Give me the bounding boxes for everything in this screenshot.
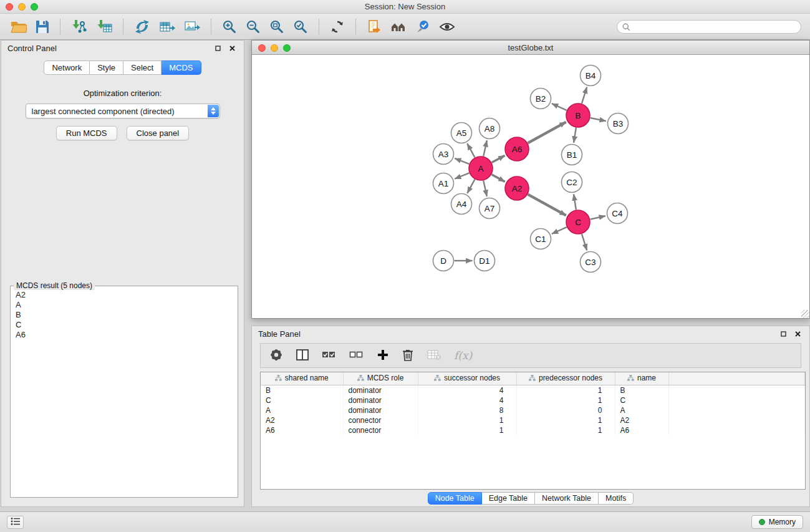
table-cell[interactable]: A [261, 405, 343, 415]
column-header[interactable]: predecessor nodes [516, 372, 615, 385]
table-cell[interactable]: 0 [516, 405, 615, 415]
table-cell[interactable]: B [615, 385, 668, 395]
network-node[interactable]: C2 [562, 172, 582, 193]
table-row[interactable]: Adominator80A [261, 405, 805, 415]
column-header[interactable]: name [615, 372, 668, 385]
network-edge[interactable] [483, 140, 487, 156]
import-table-button[interactable] [94, 18, 115, 36]
table-cell[interactable]: A6 [615, 425, 668, 435]
table-cell[interactable]: 1 [418, 425, 516, 435]
table-float-panel-button[interactable] [778, 328, 789, 340]
network-node[interactable]: C [566, 210, 590, 234]
table-cell[interactable]: C [261, 395, 343, 405]
table-cell[interactable]: A2 [615, 415, 668, 425]
tab-style[interactable]: Style [90, 60, 123, 75]
network-node[interactable]: D [433, 251, 454, 271]
export-image-button[interactable] [181, 18, 203, 36]
network-node[interactable]: C4 [607, 203, 628, 224]
network-node[interactable]: A5 [451, 123, 472, 143]
column-header[interactable]: MCDS role [343, 372, 418, 385]
table-cell[interactable]: 1 [516, 415, 615, 425]
table-tab-node-table[interactable]: Node Table [428, 492, 482, 505]
tab-select[interactable]: Select [123, 60, 162, 75]
network-edge[interactable] [492, 155, 505, 162]
open-folder-button[interactable] [8, 19, 29, 35]
table-row[interactable]: Bdominator41B [261, 385, 805, 395]
table-cell[interactable]: connector [343, 415, 418, 425]
tab-mcds[interactable]: MCDS [162, 60, 201, 75]
network-edge[interactable] [467, 180, 475, 193]
style-check-button[interactable] [413, 18, 433, 36]
network-edge[interactable] [591, 118, 606, 121]
network-zoom-button[interactable] [283, 44, 291, 52]
resize-grip[interactable] [801, 310, 809, 318]
network-node[interactable]: A [469, 157, 493, 180]
delete-row-button[interactable] [400, 347, 415, 365]
network-node[interactable]: A3 [433, 144, 454, 165]
column-header[interactable]: successor nodes [418, 372, 516, 385]
table-cell[interactable]: 8 [418, 405, 516, 415]
network-node[interactable]: A8 [480, 118, 500, 139]
network-node[interactable]: B4 [581, 65, 601, 86]
network-canvas[interactable]: B4B2BB3A5A8A6A3B1AC2A1A2A4A7C4CC1C3DD1 [252, 55, 809, 318]
network-edge[interactable] [455, 158, 469, 164]
mcds-result-item[interactable]: B [12, 310, 236, 320]
table-cell[interactable]: C [615, 395, 668, 405]
table-cell[interactable]: A2 [261, 415, 343, 425]
table-cell[interactable]: 4 [418, 395, 516, 405]
table-cell[interactable]: B [261, 385, 343, 395]
table-cell[interactable]: dominator [343, 385, 418, 395]
network-node[interactable]: B3 [608, 114, 629, 134]
network-edge[interactable] [591, 216, 605, 219]
network-node[interactable]: A4 [451, 194, 472, 215]
export-network-button[interactable] [132, 18, 153, 36]
memory-button[interactable]: Memory [751, 515, 803, 529]
search-input[interactable] [617, 20, 801, 34]
network-window-titlebar[interactable]: testGlobe.txt [252, 41, 809, 55]
select-all-button[interactable] [321, 348, 338, 364]
network-node[interactable]: C3 [581, 252, 601, 273]
network-edge[interactable] [552, 227, 567, 234]
optimization-criterion-dropdown[interactable]: largest connected component (directed) [26, 104, 220, 118]
close-panel-button[interactable] [227, 42, 238, 54]
network-minimize-button[interactable] [271, 44, 278, 52]
mcds-result-item[interactable]: A6 [12, 330, 236, 340]
refresh-layout-button[interactable] [327, 18, 347, 36]
zoom-fit-button[interactable] [267, 18, 287, 36]
network-node[interactable]: B2 [531, 89, 551, 109]
network-node[interactable]: C1 [531, 229, 551, 249]
eye-button[interactable] [436, 18, 458, 36]
minimize-window-button[interactable] [18, 3, 26, 11]
network-edge[interactable] [582, 87, 587, 104]
columns-button[interactable] [294, 347, 311, 364]
network-node[interactable]: B1 [562, 145, 582, 165]
network-edge[interactable] [528, 122, 566, 143]
table-cell[interactable]: A6 [261, 425, 343, 435]
mcds-result-item[interactable]: A2 [12, 290, 236, 300]
network-edge[interactable] [552, 104, 567, 110]
network-node[interactable]: B [566, 104, 590, 127]
table-cell[interactable]: 1 [516, 425, 615, 435]
table-cell[interactable]: 1 [516, 385, 615, 395]
table-cell[interactable]: 1 [516, 395, 615, 405]
export-table-button[interactable] [157, 18, 178, 36]
table-cell[interactable]: 4 [418, 385, 516, 395]
table-row[interactable]: A6connector11A6 [261, 425, 805, 435]
table-tab-edge-table[interactable]: Edge Table [482, 492, 535, 505]
mcds-result-item[interactable]: A [12, 300, 236, 310]
table-row[interactable]: Cdominator41C [261, 395, 805, 405]
table-row[interactable]: A2connector11A2 [261, 415, 805, 425]
table-cell[interactable]: dominator [343, 395, 418, 405]
column-header[interactable]: shared name [261, 372, 343, 385]
table-cell[interactable]: 1 [418, 415, 516, 425]
network-node[interactable]: A6 [505, 137, 529, 161]
close-panel-action-button[interactable]: Close panel [127, 126, 190, 140]
network-edge[interactable] [483, 181, 487, 196]
table-cell[interactable]: A [615, 405, 668, 415]
network-close-button[interactable] [258, 44, 266, 52]
run-mcds-button[interactable]: Run MCDS [56, 126, 117, 140]
network-node[interactable]: D1 [475, 251, 495, 271]
table-tab-network-table[interactable]: Network Table [535, 492, 599, 505]
table-tab-motifs[interactable]: Motifs [599, 492, 634, 505]
network-edge[interactable] [528, 195, 566, 216]
